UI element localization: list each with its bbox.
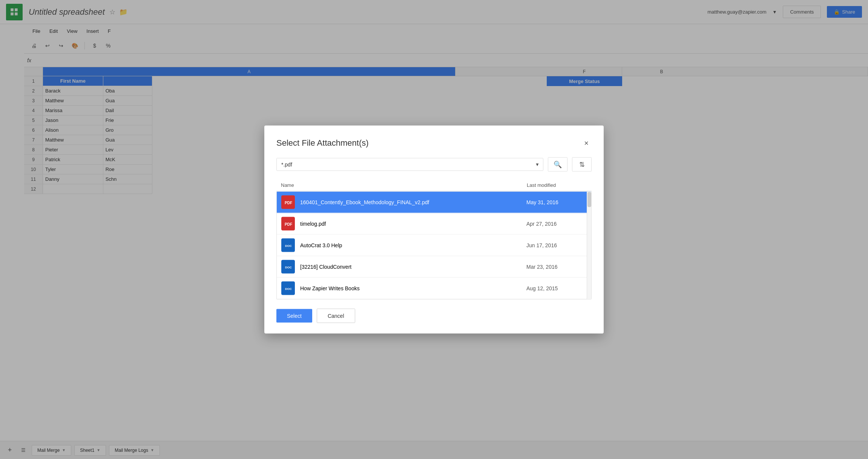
- modal-header: Select File Attachment(s) ×: [276, 138, 592, 148]
- date-column-header: Last modified: [527, 182, 587, 188]
- search-icon: 🔍: [554, 160, 562, 169]
- search-button[interactable]: 🔍: [548, 157, 567, 172]
- list-item[interactable]: DOC [32216] CloudConvert Mar 23, 2016: [277, 256, 591, 278]
- file-date-2: Apr 27, 2016: [526, 221, 587, 227]
- name-column-header: Name: [281, 182, 527, 188]
- doc-file-icon: DOC: [281, 282, 295, 295]
- list-item[interactable]: PDF 160401_Contently_Ebook_Methodology_F…: [277, 192, 591, 213]
- file-date-3: Jun 17, 2016: [526, 242, 587, 248]
- sort-button[interactable]: ⇅: [572, 157, 592, 172]
- filter-row: *.pdf *.* *.doc ▼ 🔍 ⇅: [276, 157, 592, 172]
- file-list-scrollbar[interactable]: [587, 192, 591, 299]
- file-name-3: AutoCrat 3.0 Help: [300, 242, 526, 248]
- file-list: PDF 160401_Contently_Ebook_Methodology_F…: [276, 191, 592, 300]
- modal-footer: Select Cancel: [276, 309, 592, 323]
- sort-icon: ⇅: [579, 160, 585, 169]
- file-list-container: Name Last modified PDF 160401_Contently_…: [276, 179, 592, 300]
- svg-text:PDF: PDF: [285, 201, 292, 205]
- doc-file-icon: DOC: [281, 239, 295, 252]
- doc-file-icon: DOC: [281, 260, 295, 274]
- select-file-modal: Select File Attachment(s) × *.pdf *.* *.…: [264, 126, 604, 334]
- select-button[interactable]: Select: [276, 309, 312, 323]
- modal-title: Select File Attachment(s): [276, 138, 369, 148]
- svg-text:DOC: DOC: [285, 287, 292, 291]
- file-name-4: [32216] CloudConvert: [300, 264, 526, 270]
- svg-text:PDF: PDF: [285, 222, 292, 226]
- file-date-5: Aug 12, 2015: [526, 285, 587, 291]
- scrollbar-thumb: [587, 192, 591, 207]
- file-name-1: 160401_Contently_Ebook_Methodology_FINAL…: [300, 199, 526, 205]
- list-item[interactable]: DOC AutoCrat 3.0 Help Jun 17, 2016: [277, 235, 591, 256]
- pdf-file-icon: PDF: [281, 196, 295, 209]
- list-item[interactable]: PDF timelog.pdf Apr 27, 2016: [277, 213, 591, 235]
- file-date-4: Mar 23, 2016: [526, 264, 587, 270]
- list-item[interactable]: DOC How Zapier Writes Books Aug 12, 2015: [277, 278, 591, 299]
- svg-text:DOC: DOC: [285, 266, 292, 269]
- file-filter-select[interactable]: *.pdf *.* *.doc: [276, 158, 543, 171]
- file-list-header: Name Last modified: [276, 179, 592, 191]
- pdf-file-icon: PDF: [281, 217, 295, 231]
- file-name-5: How Zapier Writes Books: [300, 285, 526, 291]
- file-date-1: May 31, 2016: [526, 199, 587, 205]
- close-button[interactable]: ×: [581, 138, 592, 148]
- cancel-button[interactable]: Cancel: [317, 309, 355, 323]
- filter-select-wrapper: *.pdf *.* *.doc ▼: [276, 158, 543, 171]
- file-name-2: timelog.pdf: [300, 221, 526, 227]
- svg-text:DOC: DOC: [285, 244, 292, 248]
